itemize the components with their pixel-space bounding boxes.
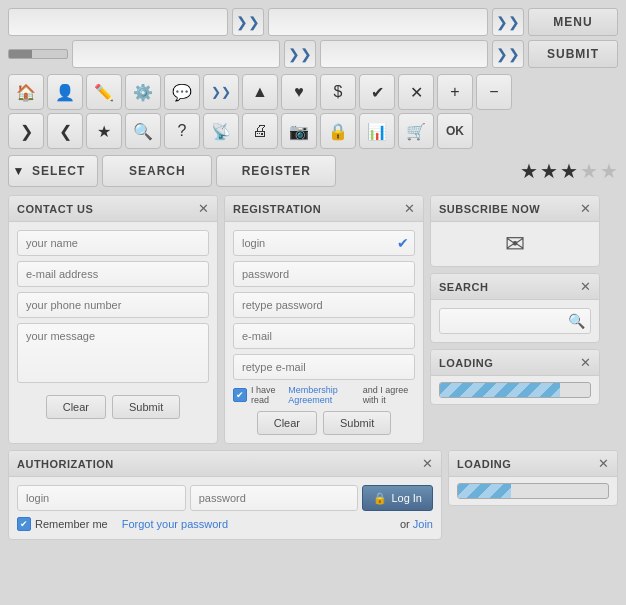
loading-panel-1: LOADING ✕ [430, 349, 600, 405]
contact-email-input[interactable] [17, 261, 209, 287]
print-icon-btn[interactable]: 🖨 [242, 113, 278, 149]
up-icon-btn[interactable]: ▲ [242, 74, 278, 110]
loading-panel-1-header: LOADING ✕ [431, 350, 599, 376]
dropdown-arrow-3[interactable]: ❯❯ [284, 40, 316, 68]
camera-icon-btn[interactable]: 📷 [281, 113, 317, 149]
auth-password-input[interactable] [190, 485, 359, 511]
contact-btn-row: Clear Submit [17, 395, 209, 419]
reg-agreement-checkbox[interactable]: ✔ [233, 388, 247, 402]
question-icon-btn[interactable]: ? [164, 113, 200, 149]
star-5[interactable]: ★ [600, 159, 618, 183]
loading-panel-1-close[interactable]: ✕ [580, 356, 591, 369]
forgot-password-link[interactable]: Forgot your password [122, 518, 228, 530]
reg-clear-btn[interactable]: Clear [257, 411, 317, 435]
lock-icon: 🔒 [373, 492, 387, 505]
reg-login-input[interactable] [233, 230, 415, 256]
or-join: or Join [400, 518, 433, 530]
settings-icon-btn[interactable]: ⚙️ [125, 74, 161, 110]
check-icon-btn[interactable]: ✔ [359, 74, 395, 110]
registration-panel: REGISTRATION ✕ ✔ ✔ I have read Membershi… [224, 195, 424, 444]
log-in-label: Log In [391, 492, 422, 504]
user-icon-btn[interactable]: 👤 [47, 74, 83, 110]
contact-phone-input[interactable] [17, 292, 209, 318]
chat-icon-btn[interactable]: 💬 [164, 74, 200, 110]
contact-clear-btn[interactable]: Clear [46, 395, 106, 419]
agreement-text: I have read [251, 385, 284, 405]
double-down-icon-btn[interactable]: ❯❯ [203, 74, 239, 110]
select-arrow[interactable]: ▼ [8, 155, 28, 187]
home-icon-btn[interactable]: 🏠 [8, 74, 44, 110]
remember-checkbox[interactable]: ✔ [17, 517, 31, 531]
loading-fill-2 [458, 484, 511, 498]
agreement-link[interactable]: Membership Agreement [288, 385, 358, 405]
join-link[interactable]: Join [413, 518, 433, 530]
dollar-icon-btn[interactable]: $ [320, 74, 356, 110]
loading-panel-2-close[interactable]: ✕ [598, 457, 609, 470]
lock-icon-btn[interactable]: 🔒 [320, 113, 356, 149]
star-4[interactable]: ★ [580, 159, 598, 183]
contact-panel-close[interactable]: ✕ [198, 202, 209, 215]
submit-button-top[interactable]: SUBMIT [528, 40, 618, 68]
reg-panel-close[interactable]: ✕ [404, 202, 415, 215]
dropdown-arrow-4[interactable]: ❯❯ [492, 40, 524, 68]
subscribe-panel-title: SUBSCRIBE NOW [439, 203, 540, 215]
star-icon-btn[interactable]: ★ [86, 113, 122, 149]
reg-submit-btn[interactable]: Submit [323, 411, 391, 435]
contact-panel: CONTACT US ✕ Clear Submit [8, 195, 218, 444]
loading-panel-2-header: LOADING ✕ [449, 451, 617, 477]
reg-btn-row: Clear Submit [233, 411, 415, 435]
rss-icon-btn[interactable]: 📡 [203, 113, 239, 149]
plus-icon-btn[interactable]: + [437, 74, 473, 110]
star-3[interactable]: ★ [560, 159, 578, 183]
log-in-button[interactable]: 🔒 Log In [362, 485, 433, 511]
search-button[interactable]: SEARCH [102, 155, 212, 187]
reg-retype-password-input[interactable] [233, 292, 415, 318]
loading-bar-1-container [431, 376, 599, 404]
top-input-2[interactable] [268, 8, 488, 36]
star-2[interactable]: ★ [540, 159, 558, 183]
search-icon-btn[interactable]: 🔍 [125, 113, 161, 149]
top-bar-2: ❯❯ ❯❯ SUBMIT [8, 40, 618, 68]
or-text: or [400, 518, 410, 530]
select-button[interactable]: SELECT [28, 155, 98, 187]
auth-panel-header: AUTHORIZATION ✕ [9, 451, 441, 477]
close-icon-btn[interactable]: ✕ [398, 74, 434, 110]
main-panels-row: CONTACT US ✕ Clear Submit REGISTRATION ✕… [8, 195, 618, 444]
search-panel-header: SEARCH ✕ [431, 274, 599, 300]
subscribe-panel-close[interactable]: ✕ [580, 202, 591, 215]
right-icon-btn[interactable]: ❯ [8, 113, 44, 149]
edit-icon-btn[interactable]: ✏️ [86, 74, 122, 110]
chart-icon-btn[interactable]: 📊 [359, 113, 395, 149]
top-input-4[interactable] [320, 40, 488, 68]
bottom-row: AUTHORIZATION ✕ 🔒 Log In ✔ Remember me F… [8, 450, 618, 540]
register-button[interactable]: REGISTER [216, 155, 336, 187]
ok-icon-btn[interactable]: OK [437, 113, 473, 149]
loading-bar-1 [439, 382, 591, 398]
heart-icon-btn[interactable]: ♥ [281, 74, 317, 110]
auth-panel-close[interactable]: ✕ [422, 457, 433, 470]
reg-retype-email-input[interactable] [233, 354, 415, 380]
minus-icon-btn[interactable]: − [476, 74, 512, 110]
menu-button[interactable]: MENU [528, 8, 618, 36]
cart-icon-btn[interactable]: 🛒 [398, 113, 434, 149]
dropdown-arrow-1[interactable]: ❯❯ [232, 8, 264, 36]
agreement-end: and I agree with it [363, 385, 415, 405]
top-input-3[interactable] [72, 40, 280, 68]
dropdown-arrow-2[interactable]: ❯❯ [492, 8, 524, 36]
star-rating[interactable]: ★ ★ ★ ★ ★ [520, 159, 618, 183]
star-1[interactable]: ★ [520, 159, 538, 183]
auth-login-input[interactable] [17, 485, 186, 511]
reg-panel-body: ✔ ✔ I have read Membership Agreement and… [225, 222, 423, 443]
reg-login-row: ✔ [233, 230, 415, 256]
contact-name-input[interactable] [17, 230, 209, 256]
contact-message-input[interactable] [17, 323, 209, 383]
reg-email-input[interactable] [233, 323, 415, 349]
loading-panel-1-title: LOADING [439, 357, 493, 369]
contact-submit-btn[interactable]: Submit [112, 395, 180, 419]
subscribe-icon-area: ✉ [431, 222, 599, 266]
left-icon-btn[interactable]: ❮ [47, 113, 83, 149]
remember-check: ✔ Remember me [17, 517, 108, 531]
top-input-1[interactable] [8, 8, 228, 36]
reg-password-input[interactable] [233, 261, 415, 287]
search-panel-close[interactable]: ✕ [580, 280, 591, 293]
